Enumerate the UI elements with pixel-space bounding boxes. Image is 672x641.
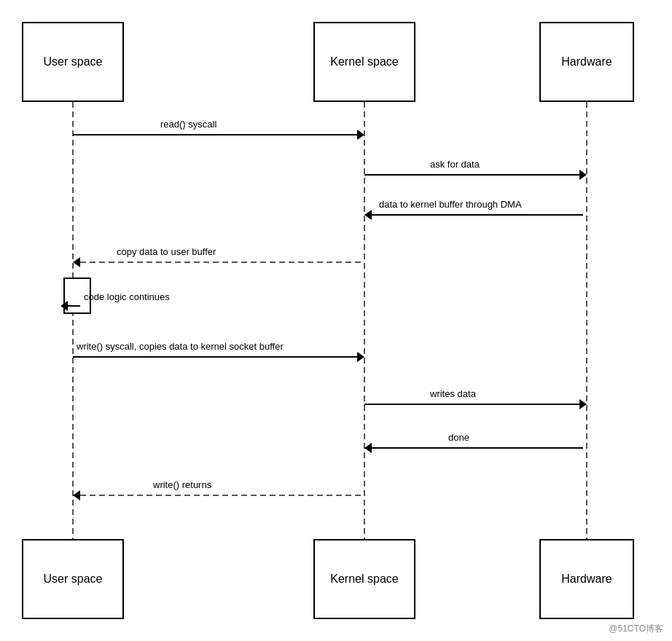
svg-text:write() returns: write() returns bbox=[152, 479, 212, 490]
svg-marker-4 bbox=[357, 130, 364, 140]
svg-marker-20 bbox=[357, 352, 364, 362]
sequence-diagram: User space Kernel space Hardware User sp… bbox=[0, 0, 672, 641]
svg-text:copy data to user buffer: copy data to user buffer bbox=[117, 246, 216, 257]
svg-text:done: done bbox=[448, 432, 469, 443]
svg-text:writes data: writes data bbox=[429, 388, 477, 399]
svg-text:code logic continues: code logic continues bbox=[84, 291, 170, 302]
svg-marker-7 bbox=[579, 170, 587, 180]
svg-text:data to kernel buffer through : data to kernel buffer through DMA bbox=[379, 199, 522, 210]
svg-marker-10 bbox=[364, 210, 372, 220]
diagram-svg: read() syscall ask for data data to kern… bbox=[0, 0, 672, 641]
watermark: @51CTO博客 bbox=[609, 623, 663, 635]
svg-marker-29 bbox=[73, 490, 80, 500]
svg-marker-23 bbox=[579, 399, 587, 409]
svg-text:ask for data: ask for data bbox=[430, 159, 480, 170]
svg-text:write() syscall, copies data t: write() syscall, copies data to kernel s… bbox=[76, 341, 284, 352]
svg-marker-26 bbox=[364, 443, 372, 453]
svg-text:read() syscall: read() syscall bbox=[160, 119, 216, 130]
svg-marker-13 bbox=[73, 257, 80, 267]
